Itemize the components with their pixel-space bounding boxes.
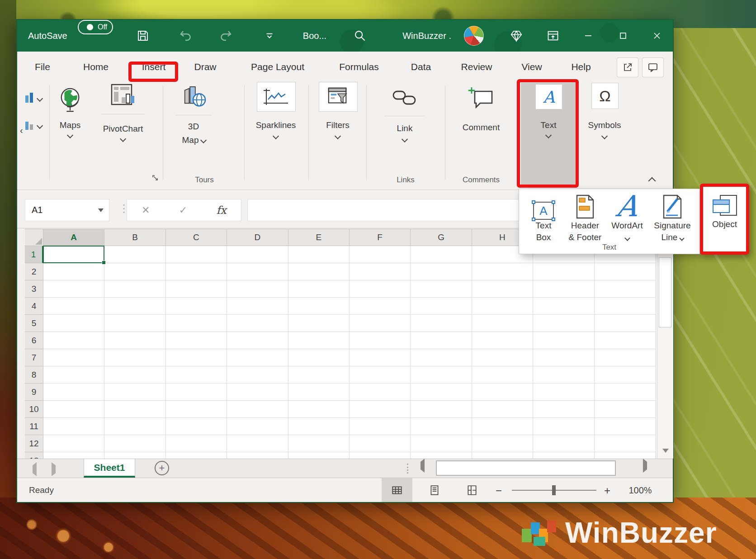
row-header-8[interactable]: 8 (25, 366, 43, 384)
menu-item-object[interactable]: Object (700, 184, 749, 255)
next-sheet-button[interactable] (52, 465, 56, 474)
search-button[interactable] (350, 20, 370, 52)
sheet-tab-sheet1[interactable]: Sheet1 (84, 459, 135, 478)
scroll-group-left-icon[interactable]: ‹ (20, 125, 23, 136)
tab-draw[interactable]: Draw (194, 52, 216, 82)
menu-item-header-footer[interactable]: Header & Footer (564, 190, 606, 248)
maps-label: Maps (60, 120, 80, 130)
minimize-button[interactable] (578, 20, 599, 52)
menu-item-signature-line[interactable]: Signature Line (648, 190, 696, 248)
quick-access-toolbar-menu[interactable] (261, 20, 278, 52)
pivotchart-button[interactable] (110, 83, 136, 110)
chart-button-partial-icon-2[interactable] (24, 119, 37, 133)
comments-panel-button[interactable] (642, 57, 664, 77)
charts-dialog-launcher[interactable] (152, 175, 159, 184)
tab-page-layout[interactable]: Page Layout (251, 52, 304, 82)
column-header-f[interactable]: F (350, 229, 411, 246)
insert-function-button[interactable]: fx (216, 204, 226, 217)
enter-formula-button[interactable]: ✓ (179, 204, 187, 216)
row-header-1[interactable]: 1 (25, 246, 43, 263)
tab-data[interactable]: Data (411, 52, 431, 82)
filters-button[interactable] (319, 82, 358, 112)
normal-view-button[interactable] (382, 478, 412, 502)
annotation-box-text-button (517, 79, 579, 188)
vertical-scrollbar[interactable] (657, 229, 673, 459)
spreadsheet-grid[interactable] (43, 246, 656, 459)
tab-home[interactable]: Home (83, 52, 109, 82)
3d-map-button[interactable] (180, 84, 207, 110)
row-header-6[interactable]: 6 (25, 332, 43, 349)
column-header-b[interactable]: B (104, 229, 165, 246)
zoom-slider-thumb[interactable] (552, 485, 556, 495)
row-header-7[interactable]: 7 (25, 349, 43, 366)
document-title[interactable]: Boo... (288, 20, 342, 52)
redo-button[interactable] (217, 20, 235, 52)
undo-button[interactable] (176, 20, 194, 52)
tab-scrollbar-splitter[interactable] (407, 464, 408, 474)
row-header-10[interactable]: 10 (25, 401, 43, 418)
name-box-dropdown-icon[interactable] (98, 208, 104, 212)
row-header-13[interactable]: 13 (25, 452, 43, 459)
maps-button[interactable] (58, 86, 83, 116)
chart-button-partial-icon[interactable] (24, 92, 37, 105)
select-all-corner[interactable] (25, 229, 43, 246)
account-avatar[interactable] (464, 20, 484, 52)
horizontal-scrollbar-thumb[interactable] (436, 460, 616, 476)
vertical-scrollbar-thumb[interactable] (659, 257, 671, 327)
sparklines-button[interactable] (257, 82, 296, 112)
ribbon-display-options-button[interactable] (543, 20, 563, 52)
chat-bubble-icon (647, 62, 658, 73)
zoom-out-button[interactable]: − (496, 484, 502, 497)
hscroll-left-button[interactable] (421, 462, 425, 470)
link-button[interactable] (392, 88, 418, 110)
column-header-g[interactable]: G (411, 229, 472, 246)
row-header-12[interactable]: 12 (25, 435, 43, 452)
page-break-preview-button[interactable] (457, 478, 487, 502)
column-header-d[interactable]: D (227, 229, 288, 246)
column-header-c[interactable]: C (166, 229, 227, 246)
column-header-a[interactable]: A (43, 229, 104, 246)
maximize-button[interactable] (613, 20, 633, 52)
row-header-11[interactable]: 11 (25, 418, 43, 435)
new-sheet-button[interactable]: + (155, 461, 169, 475)
comments-group-label: Comments (463, 175, 500, 185)
scroll-down-button[interactable] (658, 443, 673, 458)
name-box[interactable]: A1 (25, 199, 109, 221)
row-header-5[interactable]: 5 (25, 315, 43, 332)
links-group-label: Links (397, 175, 415, 185)
row-header-2[interactable]: 2 (25, 263, 43, 280)
menu-item-wordart[interactable]: A WordArt (606, 190, 648, 248)
row-header-9[interactable]: 9 (25, 384, 43, 401)
row-header-3[interactable]: 3 (25, 280, 43, 298)
selected-cell-a1[interactable] (43, 246, 104, 263)
menu-item-label: Box (536, 232, 551, 243)
column-header-e[interactable]: E (288, 229, 350, 246)
chart-dropdown-chevron-icon[interactable] (37, 95, 43, 102)
page-layout-view-button[interactable] (419, 478, 450, 502)
new-comment-button[interactable] (468, 86, 496, 113)
zoom-in-button[interactable]: + (604, 484, 610, 497)
account-name[interactable]: WinBuzzer . (374, 20, 451, 52)
tab-help[interactable]: Help (571, 52, 591, 82)
share-button[interactable] (617, 57, 638, 77)
redo-icon (219, 29, 233, 43)
tab-review[interactable]: Review (461, 52, 492, 82)
symbols-button[interactable]: Ω (591, 83, 619, 109)
chart-dropdown-chevron-icon-2[interactable] (37, 123, 43, 129)
tab-file[interactable]: File (35, 52, 50, 82)
previous-sheet-button[interactable] (33, 465, 37, 474)
zoom-level[interactable]: 100% (623, 485, 657, 496)
hscroll-right-button[interactable] (643, 462, 647, 470)
cancel-formula-button[interactable]: ✕ (142, 204, 150, 216)
fill-handle[interactable] (102, 261, 106, 265)
close-button[interactable] (647, 20, 667, 52)
premium-button[interactable] (506, 20, 526, 52)
tab-view[interactable]: View (521, 52, 542, 82)
row-header-4[interactable]: 4 (25, 298, 43, 315)
menu-item-text-box[interactable]: A Text Box (523, 190, 564, 248)
collapse-ribbon-icon[interactable] (648, 177, 656, 185)
save-icon (136, 29, 150, 43)
save-button[interactable] (134, 20, 152, 52)
autosave-toggle[interactable]: Off (78, 20, 113, 34)
tab-formulas[interactable]: Formulas (339, 52, 379, 82)
